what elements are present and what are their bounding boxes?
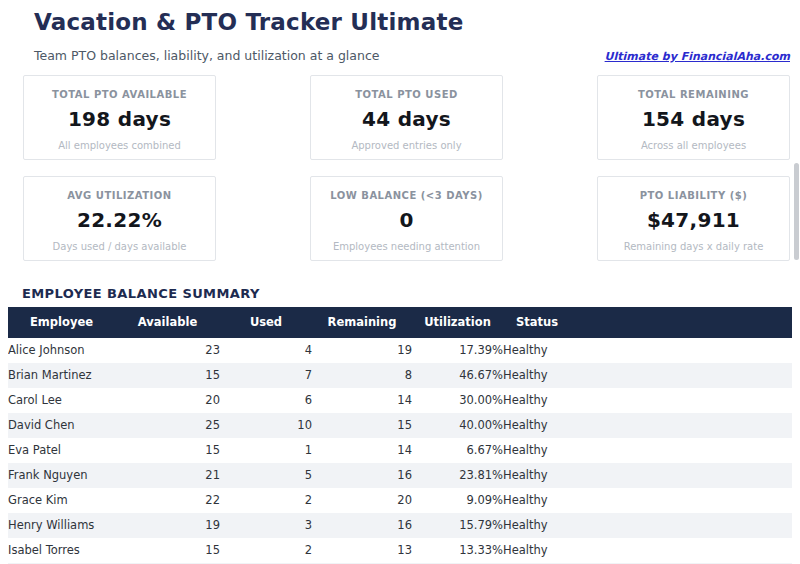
cell-used: 5 bbox=[220, 463, 312, 488]
cell-available: 22 bbox=[115, 488, 220, 513]
cell-status: Healthy bbox=[503, 388, 792, 413]
cell-employee: Alice Johnson bbox=[8, 338, 115, 363]
stat-card-value: 44 days bbox=[311, 107, 502, 131]
cell-available: 20 bbox=[115, 388, 220, 413]
column-header-used: Used bbox=[220, 307, 312, 338]
cell-remaining: 16 bbox=[312, 463, 412, 488]
column-header-utilization: Utilization bbox=[412, 307, 503, 338]
stat-card-label: TOTAL REMAINING bbox=[598, 89, 789, 100]
cell-remaining: 19 bbox=[312, 338, 412, 363]
stat-card-sublabel: Across all employees bbox=[598, 140, 789, 151]
cell-utilization: 6.67% bbox=[412, 438, 503, 463]
cell-utilization: 23.81% bbox=[412, 463, 503, 488]
cell-available: 23 bbox=[115, 338, 220, 363]
subtitle-row: Team PTO balances, liability, and utiliz… bbox=[34, 48, 790, 63]
cell-remaining: 20 bbox=[312, 488, 412, 513]
cell-employee: David Chen bbox=[8, 413, 115, 438]
cell-used: 1 bbox=[220, 438, 312, 463]
cell-available: 25 bbox=[115, 413, 220, 438]
page-title: Vacation & PTO Tracker Ultimate bbox=[34, 9, 800, 37]
cell-available: 21 bbox=[115, 463, 220, 488]
stat-card-label: TOTAL PTO AVAILABLE bbox=[24, 89, 215, 100]
cell-remaining: 13 bbox=[312, 538, 412, 563]
scrollbar-thumb[interactable] bbox=[794, 163, 799, 260]
stat-card-sublabel: Employees needing attention bbox=[311, 241, 502, 252]
stat-cards-row-2: AVG UTILIZATION22.22%Days used / days av… bbox=[0, 176, 800, 261]
cell-remaining: 15 bbox=[312, 413, 412, 438]
table-row-alice-johnson: Alice Johnson2341917.39%Healthy bbox=[8, 338, 792, 363]
cell-used: 4 bbox=[220, 338, 312, 363]
stat-card-value: $47,911 bbox=[598, 208, 789, 232]
table-header-row: EmployeeAvailableUsedRemainingUtilizatio… bbox=[8, 307, 792, 338]
stat-card-pto-liability: PTO LIABILITY ($)$47,911Remaining days x… bbox=[597, 176, 790, 261]
cell-status: Healthy bbox=[503, 338, 792, 363]
table-row-grace-kim: Grace Kim222209.09%Healthy bbox=[8, 488, 792, 513]
cell-employee: Eva Patel bbox=[8, 438, 115, 463]
stat-card-sublabel: All employees combined bbox=[24, 140, 215, 151]
stat-card-sublabel: Days used / days available bbox=[24, 241, 215, 252]
cell-utilization: 9.09% bbox=[412, 488, 503, 513]
cell-employee: Grace Kim bbox=[8, 488, 115, 513]
cell-utilization: 13.33% bbox=[412, 538, 503, 563]
brand-link[interactable]: Ultimate by FinancialAha.com bbox=[605, 50, 790, 63]
stat-card-avg-utilization: AVG UTILIZATION22.22%Days used / days av… bbox=[23, 176, 216, 261]
stat-card-value: 0 bbox=[311, 208, 502, 232]
cell-employee: Isabel Torres bbox=[8, 538, 115, 563]
stat-card-low-balance-3-days: LOW BALANCE (<3 DAYS)0Employees needing … bbox=[310, 176, 503, 261]
stat-card-value: 154 days bbox=[598, 107, 789, 131]
page-subtitle: Team PTO balances, liability, and utiliz… bbox=[34, 48, 379, 63]
cell-remaining: 8 bbox=[312, 363, 412, 388]
section-heading: EMPLOYEE BALANCE SUMMARY bbox=[22, 286, 800, 301]
cell-status: Healthy bbox=[503, 463, 792, 488]
stat-card-label: PTO LIABILITY ($) bbox=[598, 190, 789, 201]
stat-card-label: LOW BALANCE (<3 DAYS) bbox=[311, 190, 502, 201]
cell-used: 2 bbox=[220, 488, 312, 513]
cell-utilization: 40.00% bbox=[412, 413, 503, 438]
cell-status: Healthy bbox=[503, 488, 792, 513]
cell-used: 7 bbox=[220, 363, 312, 388]
column-header-remaining: Remaining bbox=[312, 307, 412, 338]
cell-remaining: 16 bbox=[312, 513, 412, 538]
cell-available: 15 bbox=[115, 538, 220, 563]
table-row-david-chen: David Chen25101540.00%Healthy bbox=[8, 413, 792, 438]
cell-employee: Henry Williams bbox=[8, 513, 115, 538]
cell-used: 3 bbox=[220, 513, 312, 538]
stat-card-value: 198 days bbox=[24, 107, 215, 131]
stat-card-total-pto-used: TOTAL PTO USED44 daysApproved entries on… bbox=[310, 75, 503, 160]
cell-employee: Brian Martinez bbox=[8, 363, 115, 388]
table-row-frank-nguyen: Frank Nguyen2151623.81%Healthy bbox=[8, 463, 792, 488]
cell-remaining: 14 bbox=[312, 388, 412, 413]
cell-available: 15 bbox=[115, 438, 220, 463]
stat-card-label: TOTAL PTO USED bbox=[311, 89, 502, 100]
cell-utilization: 15.79% bbox=[412, 513, 503, 538]
cell-status: Healthy bbox=[503, 363, 792, 388]
cell-employee: Carol Lee bbox=[8, 388, 115, 413]
cell-used: 2 bbox=[220, 538, 312, 563]
employee-table: EmployeeAvailableUsedRemainingUtilizatio… bbox=[8, 307, 792, 564]
cell-available: 19 bbox=[115, 513, 220, 538]
stat-card-total-remaining: TOTAL REMAINING154 daysAcross all employ… bbox=[597, 75, 790, 160]
stat-card-sublabel: Remaining days x daily rate bbox=[598, 241, 789, 252]
table-row-eva-patel: Eva Patel151146.67%Healthy bbox=[8, 438, 792, 463]
cell-available: 15 bbox=[115, 363, 220, 388]
cell-employee: Frank Nguyen bbox=[8, 463, 115, 488]
cell-used: 6 bbox=[220, 388, 312, 413]
stat-card-value: 22.22% bbox=[24, 208, 215, 232]
pto-dashboard-page: { "header": { "title": "Vacation & PTO T… bbox=[0, 0, 800, 564]
stat-card-label: AVG UTILIZATION bbox=[24, 190, 215, 201]
table-row-carol-lee: Carol Lee2061430.00%Healthy bbox=[8, 388, 792, 413]
stat-cards-row-1: TOTAL PTO AVAILABLE198 daysAll employees… bbox=[0, 75, 800, 160]
cell-status: Healthy bbox=[503, 513, 792, 538]
cell-status: Healthy bbox=[503, 413, 792, 438]
column-header-status: Status bbox=[503, 307, 792, 338]
cell-remaining: 14 bbox=[312, 438, 412, 463]
cell-utilization: 17.39% bbox=[412, 338, 503, 363]
cell-utilization: 30.00% bbox=[412, 388, 503, 413]
stat-card-total-pto-available: TOTAL PTO AVAILABLE198 daysAll employees… bbox=[23, 75, 216, 160]
table-row-isabel-torres: Isabel Torres1521313.33%Healthy bbox=[8, 538, 792, 563]
stat-card-sublabel: Approved entries only bbox=[311, 140, 502, 151]
table-row-brian-martinez: Brian Martinez157846.67%Healthy bbox=[8, 363, 792, 388]
column-header-employee: Employee bbox=[8, 307, 115, 338]
column-header-available: Available bbox=[115, 307, 220, 338]
cell-utilization: 46.67% bbox=[412, 363, 503, 388]
